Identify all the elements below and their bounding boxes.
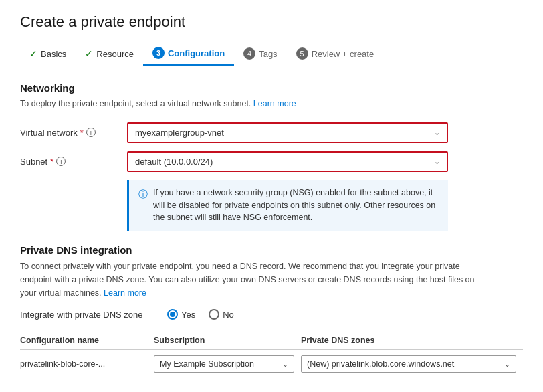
dns-config-name: privatelink-blob-core-... — [20, 350, 154, 376]
step-circle-tags: 4 — [243, 47, 255, 60]
wizard-steps: ✓ Basics ✓ Resource 3 Configuration 4 Ta… — [20, 41, 523, 66]
table-row: privatelink-blob-core-... My Example Sub… — [20, 350, 523, 376]
info-icon-vnet[interactable]: i — [86, 128, 96, 137]
subnet-label: Subnet * i — [20, 157, 127, 167]
dns-table: Configuration name Subscription Private … — [20, 332, 523, 375]
virtual-network-label: Virtual network * i — [20, 128, 127, 138]
dns-table-header-zones: Private DNS zones — [301, 332, 523, 350]
integrate-dns-label: Integrate with private DNS zone — [20, 310, 154, 320]
step-review-label: Review + create — [312, 49, 374, 59]
subnet-value: default (10.0.0.0/24) — [135, 157, 213, 167]
step-tags[interactable]: 4 Tags — [234, 42, 286, 65]
step-tags-label: Tags — [259, 49, 277, 59]
info-circle-icon: ⓘ — [138, 187, 148, 224]
virtual-network-value: myexamplergroup-vnet — [135, 128, 224, 138]
step-circle-configuration: 3 — [152, 47, 165, 59]
virtual-network-select[interactable]: myexamplergroup-vnet ⌄ — [127, 122, 448, 143]
radio-yes-button[interactable] — [167, 309, 178, 320]
dns-learn-more-link[interactable]: Learn more — [104, 288, 146, 298]
chevron-down-icon: ⌄ — [434, 128, 440, 137]
dns-section: Private DNS integration To connect priva… — [20, 244, 523, 375]
dns-subscription-cell: My Example Subscription ⌄ — [154, 350, 301, 376]
dns-zone-value: (New) privatelink.blob.core.windows.net — [307, 359, 454, 369]
required-star-subnet: * — [50, 157, 53, 167]
info-icon-subnet[interactable]: i — [56, 157, 66, 166]
nsg-info-text: If you have a network security group (NS… — [153, 187, 439, 224]
networking-desc-text: To deploy the private endpoint, select a… — [20, 99, 251, 108]
step-configuration-label: Configuration — [168, 48, 225, 58]
dns-zone-select[interactable]: (New) privatelink.blob.core.windows.net … — [301, 355, 516, 373]
step-resource[interactable]: ✓ Resource — [76, 43, 143, 64]
integrate-dns-row: Integrate with private DNS zone Yes No — [20, 309, 523, 320]
dns-description: To connect privately with your private e… — [20, 260, 488, 300]
page-title: Create a private endpoint — [20, 13, 523, 31]
step-configuration[interactable]: 3 Configuration — [143, 41, 234, 66]
networking-section: Networking To deploy the private endpoin… — [20, 82, 523, 231]
check-icon-resource: ✓ — [85, 48, 93, 59]
dns-desc-text: To connect privately with your private e… — [20, 262, 475, 298]
chevron-down-icon-zone: ⌄ — [504, 360, 510, 369]
step-resource-label: Resource — [96, 49, 134, 59]
radio-no-label: No — [223, 310, 234, 320]
chevron-down-icon-sub: ⌄ — [282, 360, 288, 369]
networking-learn-more-link[interactable]: Learn more — [253, 99, 296, 108]
step-basics[interactable]: ✓ Basics — [20, 43, 76, 64]
nsg-info-box: ⓘ If you have a network security group (… — [127, 180, 448, 231]
step-basics-label: Basics — [41, 49, 66, 59]
networking-title: Networking — [20, 82, 523, 94]
radio-yes-label: Yes — [181, 310, 195, 320]
dns-zone-cell: (New) privatelink.blob.core.windows.net … — [301, 350, 523, 376]
check-icon-basics: ✓ — [29, 48, 37, 59]
dns-table-header-config: Configuration name — [20, 332, 154, 350]
dns-subscription-select[interactable]: My Example Subscription ⌄ — [154, 355, 294, 373]
required-star-vnet: * — [80, 128, 84, 138]
virtual-network-row: Virtual network * i myexamplergroup-vnet… — [20, 122, 523, 143]
dns-section-title: Private DNS integration — [20, 244, 523, 256]
chevron-down-icon-subnet: ⌄ — [434, 157, 440, 166]
dns-subscription-value: My Example Subscription — [160, 359, 254, 369]
subnet-row: Subnet * i default (10.0.0.0/24) ⌄ — [20, 151, 523, 172]
radio-no-button[interactable] — [209, 309, 219, 320]
step-review[interactable]: 5 Review + create — [287, 42, 384, 65]
dns-table-header-subscription: Subscription — [154, 332, 301, 350]
subnet-select[interactable]: default (10.0.0.0/24) ⌄ — [127, 151, 448, 172]
radio-no[interactable]: No — [209, 309, 234, 320]
networking-description: To deploy the private endpoint, select a… — [20, 98, 523, 110]
radio-yes[interactable]: Yes — [167, 309, 195, 320]
step-circle-review: 5 — [296, 47, 308, 60]
